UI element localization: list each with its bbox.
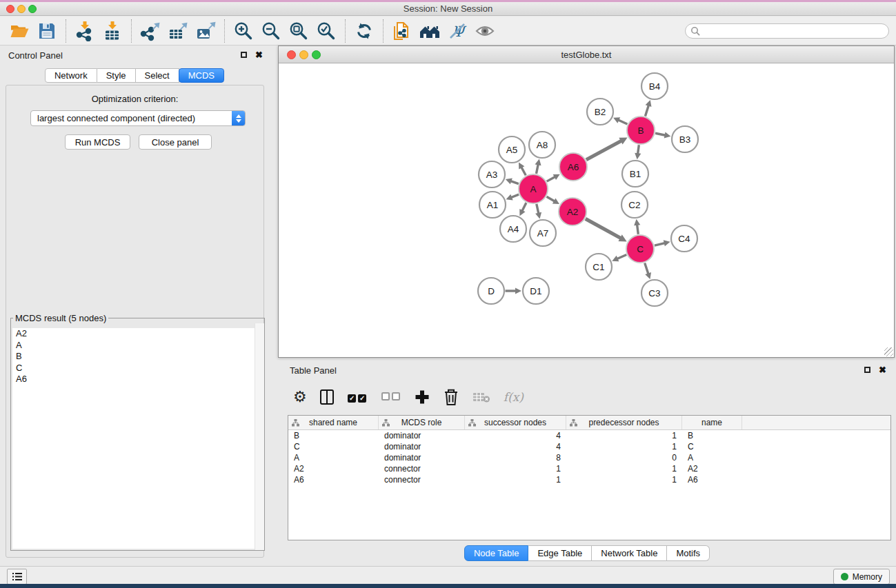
import-table-button[interactable] (100, 19, 125, 43)
network-window-titlebar[interactable]: testGlobe.txt (279, 46, 894, 63)
network-canvas[interactable]: B4B2BB3A8A5A6B1A3AA1C2A2A4A7C4CC1C3DD1 (279, 64, 894, 357)
graph-node-D1[interactable]: D1 (523, 278, 549, 304)
zoom-in-button[interactable] (231, 19, 256, 43)
table-cell[interactable]: A (288, 452, 379, 463)
table-row[interactable]: Cdominator41C (288, 441, 890, 452)
graph-edge-C-C3[interactable] (645, 263, 648, 274)
minimize-window-button[interactable] (17, 5, 26, 13)
tab-mcds[interactable]: MCDS (179, 68, 224, 83)
graph-edge-B-B1[interactable] (638, 145, 639, 154)
graph-node-C4[interactable]: C4 (671, 225, 697, 252)
table-cell[interactable]: A6 (682, 474, 742, 485)
graph-edge-C-C2[interactable] (637, 225, 639, 234)
graph-edge-B-B4[interactable] (645, 105, 648, 116)
zoom-fit-button[interactable] (286, 19, 311, 43)
table-cell[interactable]: 8 (465, 452, 566, 463)
select-all-columns-button[interactable]: ✓✓ (347, 392, 368, 403)
export-image-button[interactable] (193, 19, 218, 43)
search-box[interactable] (685, 23, 889, 39)
graph-edge-A-A4[interactable] (522, 203, 526, 211)
graph-edge-A-A8[interactable] (536, 164, 538, 174)
table-cell[interactable]: 1 (566, 430, 682, 441)
graph-edge-A2-C[interactable] (586, 219, 621, 238)
tab-select[interactable]: Select (136, 68, 179, 83)
table-cell[interactable]: C (682, 441, 742, 452)
export-table-button[interactable] (166, 19, 190, 43)
graph-edge-B-B2[interactable] (618, 120, 627, 124)
graph-node-D[interactable]: D (478, 278, 504, 304)
run-mcds-button[interactable]: Run MCDS (65, 134, 130, 150)
graph-edge-A-A5[interactable] (521, 167, 526, 175)
mcds-result-item[interactable]: A (12, 340, 263, 352)
graph-node-A4[interactable]: A4 (500, 216, 526, 242)
mcds-result-item[interactable]: A6 (12, 374, 263, 385)
table-cell[interactable]: dominator (379, 441, 465, 452)
graph-node-A[interactable]: A (519, 174, 548, 203)
float-panel-icon[interactable] (241, 52, 247, 58)
table-cell[interactable]: 1 (566, 463, 682, 474)
graph-node-C3[interactable]: C3 (641, 280, 668, 306)
table-settings-button[interactable]: ⚙ (293, 389, 307, 405)
graph-node-B4[interactable]: B4 (641, 73, 668, 99)
close-panel-button[interactable]: Close panel (139, 134, 212, 150)
graph-node-A6[interactable]: A6 (559, 153, 587, 181)
open-session-button[interactable] (7, 19, 32, 43)
tab-style[interactable]: Style (97, 68, 136, 83)
table-cell[interactable]: 0 (566, 452, 682, 463)
graph-edge-A-A2[interactable] (546, 196, 555, 201)
resize-grip-icon[interactable] (884, 347, 893, 356)
delete-table-button[interactable] (472, 390, 490, 404)
graph-edge-B-B3[interactable] (655, 133, 666, 135)
network-close-button[interactable] (287, 50, 296, 59)
show-hide-details-button[interactable] (472, 19, 497, 43)
column-header-mcds-role[interactable]: MCDS role (379, 416, 465, 429)
graph-node-C[interactable]: C (626, 235, 654, 263)
table-cell[interactable]: dominator (379, 430, 465, 441)
table-cell[interactable]: A2 (288, 463, 379, 474)
column-header-name[interactable]: name (682, 416, 742, 429)
table-cell[interactable]: 1 (566, 474, 682, 485)
apply-preferred-layout-button[interactable] (352, 19, 377, 43)
graph-edge-A-A7[interactable] (537, 204, 539, 214)
graph-node-A3[interactable]: A3 (479, 161, 505, 187)
table-cell[interactable]: 1 (465, 474, 566, 485)
table-cell[interactable]: B (288, 430, 379, 441)
close-panel-icon[interactable]: ✖ (255, 51, 263, 59)
graph-node-A1[interactable]: A1 (479, 192, 506, 218)
export-network-button[interactable] (138, 19, 163, 43)
search-input[interactable] (700, 26, 884, 36)
tab-edge-table[interactable]: Edge Table (528, 545, 592, 561)
table-cell[interactable]: A6 (288, 474, 379, 485)
column-header-predecessor-nodes[interactable]: predecessor nodes (566, 416, 682, 429)
table-cell[interactable]: connector (379, 463, 465, 474)
add-column-button[interactable] (415, 389, 430, 405)
cybrowser-home-button[interactable] (417, 19, 442, 43)
graph-node-C2[interactable]: C2 (621, 192, 648, 218)
column-header-successor-nodes[interactable]: successor nodes (465, 416, 566, 429)
graph-edge-A-A3[interactable] (510, 181, 518, 184)
result-list-scrollbar[interactable] (255, 323, 264, 550)
show-columns-button[interactable] (320, 389, 334, 405)
graph-node-A8[interactable]: A8 (529, 132, 555, 158)
table-cell[interactable]: A2 (682, 463, 742, 474)
table-cell[interactable]: dominator (379, 452, 465, 463)
memory-button[interactable]: Memory (833, 569, 890, 585)
table-cell[interactable]: B (682, 430, 742, 441)
tab-node-table[interactable]: Node Table (464, 545, 529, 561)
graph-edge-C-C4[interactable] (655, 243, 665, 245)
network-from-clipboard-button[interactable] (390, 19, 415, 43)
zoom-out-button[interactable] (259, 19, 283, 43)
table-row[interactable]: A6connector11A6 (288, 474, 890, 485)
table-cell[interactable]: 1 (465, 463, 566, 474)
network-minimize-button[interactable] (299, 50, 308, 59)
tab-motifs[interactable]: Motifs (667, 545, 710, 561)
graph-node-B[interactable]: B (627, 116, 655, 144)
close-panel-icon[interactable]: ✖ (879, 366, 886, 374)
table-cell[interactable]: A (682, 452, 742, 463)
graph-node-A2[interactable]: A2 (559, 198, 586, 225)
graph-node-B1[interactable]: B1 (622, 161, 648, 187)
table-cell[interactable]: C (288, 441, 379, 452)
graph-node-A5[interactable]: A5 (499, 136, 525, 163)
column-header-shared-name[interactable]: shared name (288, 416, 379, 429)
graph-edge-C-C1[interactable] (617, 255, 627, 259)
